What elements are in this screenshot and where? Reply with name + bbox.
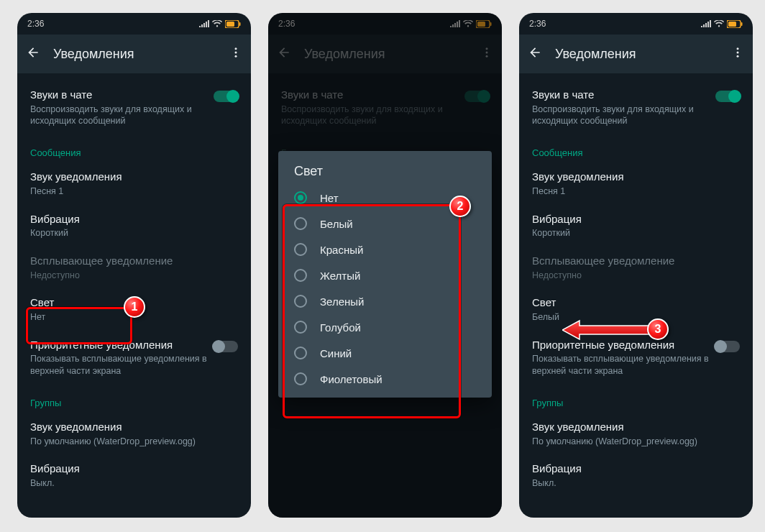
priority-toggle[interactable] (715, 341, 740, 352)
priority-toggle[interactable] (214, 341, 238, 352)
step-badge-1: 1 (124, 296, 145, 318)
notification-sound-sub: Песня 1 (532, 185, 740, 198)
radio-icon (294, 295, 307, 308)
svg-rect-1 (226, 22, 234, 27)
more-icon[interactable] (731, 46, 744, 62)
section-groups: Группы (519, 385, 753, 413)
dialog-option-label: Белый (320, 218, 353, 230)
group-vibration-sub: Выкл. (532, 477, 740, 490)
radio-icon (294, 269, 307, 282)
battery-icon (727, 20, 743, 28)
dialog-title: Свет (278, 164, 492, 185)
dialog-option-label: Красный (320, 244, 363, 256)
radio-icon (294, 217, 307, 230)
phone-screenshot-1: 2:36 Уведомления Звуки в чате Воспроизво… (17, 13, 251, 518)
step-number-3: 3 (655, 323, 661, 336)
priority-label: Приоритетные уведомления (30, 338, 238, 352)
svg-rect-2 (239, 22, 241, 26)
chat-sounds-sub: Воспроизводить звуки для входящих и исхо… (532, 104, 740, 128)
phone-screenshot-2: 2:36 Уведомления Звуки в чате Воспроизво… (268, 13, 502, 518)
section-groups: Группы (17, 385, 251, 413)
wifi-icon (714, 20, 724, 27)
vibration-label: Вибрация (532, 212, 740, 226)
dialog-option[interactable]: Красный (278, 237, 492, 262)
svg-point-16 (737, 52, 739, 54)
popup-row: Всплывающее уведомление Недоступно (519, 247, 753, 288)
svg-point-4 (235, 52, 237, 54)
dialog-option[interactable]: Зеленый (278, 288, 492, 314)
wifi-icon (212, 20, 222, 27)
status-time: 2:36 (529, 19, 546, 29)
back-icon[interactable] (26, 45, 40, 63)
chat-sounds-label: Звуки в чате (532, 88, 740, 102)
notification-sound-sub: Песня 1 (30, 185, 238, 198)
step-number-2: 2 (457, 200, 464, 213)
radio-icon (294, 372, 307, 385)
dialog-option[interactable]: Голубой (278, 314, 492, 340)
step-badge-2: 2 (449, 196, 471, 217)
chat-sounds-toggle[interactable] (715, 91, 740, 102)
group-sound-label: Звук уведомления (30, 420, 238, 434)
status-time: 2:36 (27, 19, 44, 29)
svg-rect-13 (728, 22, 736, 27)
group-vibration-sub: Выкл. (30, 477, 238, 490)
phone-screenshot-3: 2:36 Уведомления Звуки в чате Воспроизво… (519, 13, 753, 518)
dialog-option-label: Желтый (320, 270, 360, 282)
group-sound-sub: По умолчанию (WaterDrop_preview.ogg) (30, 436, 238, 448)
group-sound-row[interactable]: Звук уведомления По умолчанию (WaterDrop… (17, 413, 251, 454)
group-vibration-label: Вибрация (30, 462, 238, 476)
radio-icon (294, 243, 307, 256)
settings-content: Звуки в чате Воспроизводить звуки для вх… (17, 73, 251, 497)
chat-sounds-row[interactable]: Звуки в чате Воспроизводить звуки для вх… (519, 81, 753, 134)
group-sound-row[interactable]: Звук уведомления По умолчанию (WaterDrop… (519, 413, 753, 454)
settings-content: Звуки в чате Воспроизводить звуки для вх… (519, 73, 753, 497)
back-icon[interactable] (528, 45, 542, 63)
dialog-option[interactable]: Желтый (278, 262, 492, 288)
notification-sound-row[interactable]: Звук уведомления Песня 1 (17, 162, 251, 204)
section-messages: Сообщения (519, 134, 753, 162)
status-icons (199, 20, 241, 28)
group-sound-label: Звук уведомления (532, 420, 740, 434)
app-bar: Уведомления (17, 35, 251, 73)
radio-icon (294, 191, 307, 204)
chat-sounds-sub: Воспроизводить звуки для входящих и исхо… (30, 104, 238, 128)
svg-point-17 (737, 55, 739, 58)
svg-marker-18 (562, 321, 656, 339)
notification-sound-row[interactable]: Звук уведомления Песня 1 (519, 162, 753, 204)
chat-sounds-toggle[interactable] (214, 91, 238, 102)
popup-label: Всплывающее уведомление (30, 254, 238, 268)
page-title: Уведомления (53, 47, 216, 62)
vibration-sub: Короткий (30, 227, 238, 239)
chat-sounds-row[interactable]: Звуки в чате Воспроизводить звуки для вх… (17, 81, 251, 134)
status-bar: 2:36 (17, 13, 251, 35)
svg-point-3 (235, 47, 237, 50)
battery-icon (225, 20, 241, 28)
status-bar: 2:36 (519, 13, 753, 35)
light-label: Свет (532, 295, 740, 310)
app-bar: Уведомления (519, 35, 753, 73)
priority-row[interactable]: Приоритетные уведомления Показывать вспл… (17, 331, 251, 385)
vibration-row[interactable]: Вибрация Короткий (519, 205, 753, 247)
signal-icon (701, 20, 711, 27)
popup-label: Всплывающее уведомление (532, 254, 740, 268)
vibration-row[interactable]: Вибрация Короткий (17, 205, 251, 247)
notification-sound-label: Звук уведомления (30, 170, 238, 184)
more-icon[interactable] (229, 46, 242, 62)
signal-icon (199, 20, 209, 27)
svg-point-5 (235, 55, 237, 58)
light-dialog: Свет НетБелыйКрасныйЖелтыйЗеленыйГолубой… (278, 151, 492, 398)
dialog-option-label: Голубой (320, 321, 361, 334)
dialog-option[interactable]: Синий (278, 340, 492, 366)
group-vibration-row[interactable]: Вибрация Выкл. (519, 454, 753, 496)
step-number-1: 1 (132, 301, 138, 313)
dialog-option[interactable]: Фиолетовый (278, 366, 492, 392)
dialog-option-label: Нет (320, 192, 339, 204)
group-vibration-row[interactable]: Вибрация Выкл. (17, 454, 251, 496)
radio-icon (294, 347, 307, 359)
vibration-label: Вибрация (30, 212, 238, 226)
svg-point-15 (737, 47, 739, 50)
priority-sub: Показывать всплывающие уведомления в вер… (532, 353, 740, 377)
svg-rect-14 (741, 22, 743, 26)
section-messages: Сообщения (17, 134, 251, 162)
vibration-sub: Короткий (532, 227, 740, 239)
